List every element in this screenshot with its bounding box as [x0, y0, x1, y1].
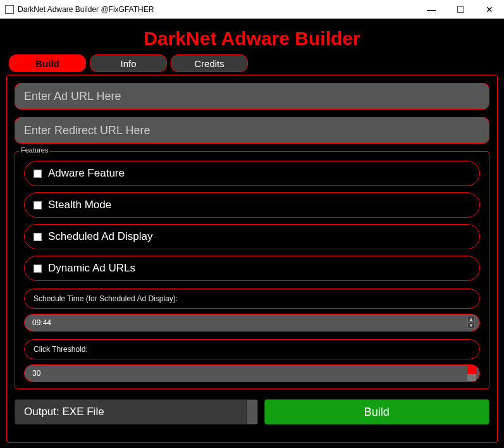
feature-dynamic[interactable]: Dynamic Ad URLs [24, 256, 480, 281]
app-title: DarkNet Adware Builder [6, 28, 498, 49]
app-icon [5, 5, 14, 14]
checkbox-icon [34, 233, 42, 241]
window-title: DarkNet Adware Builder @FixGFATHER [18, 5, 417, 14]
titlebar: DarkNet Adware Builder @FixGFATHER — ☐ ✕ [0, 0, 504, 19]
schedule-time-input[interactable] [24, 314, 480, 332]
feature-scheduled[interactable]: Scheduled Ad Display [24, 224, 480, 249]
checkbox-icon [34, 170, 42, 178]
output-label: Output: EXE File [24, 406, 104, 418]
minimize-button[interactable]: — [417, 0, 446, 18]
feature-adware[interactable]: Adware Feature [24, 161, 480, 186]
checkbox-icon [34, 201, 42, 209]
spinner-down-icon[interactable]: ▼ [467, 322, 475, 328]
dropdown-handle-icon [246, 400, 257, 424]
build-button[interactable]: Build [264, 399, 490, 425]
bottom-row: Output: EXE File Build [15, 399, 489, 425]
app-body: DarkNet Adware Builder Build Info Credit… [0, 19, 504, 448]
output-select[interactable]: Output: EXE File [15, 399, 258, 425]
tab-build[interactable]: Build [9, 54, 86, 72]
schedule-time-label: Schedule Time (for Scheduled Ad Display)… [24, 289, 480, 309]
tab-credits[interactable]: Credits [171, 54, 248, 72]
tab-info[interactable]: Info [90, 54, 167, 72]
close-button[interactable]: ✕ [475, 0, 504, 18]
checkbox-icon [34, 264, 42, 273]
build-panel: Features Adware Feature Stealth Mode Sch… [6, 75, 498, 443]
feature-stealth[interactable]: Stealth Mode [24, 192, 480, 218]
redirect-url-input[interactable] [15, 117, 489, 144]
features-fieldset: Features Adware Feature Stealth Mode Sch… [15, 151, 489, 389]
schedule-time-row: ▲ ▼ [24, 314, 480, 332]
feature-label: Scheduled Ad Display [48, 230, 152, 243]
ad-url-input[interactable] [15, 83, 489, 109]
click-threshold-label: Click Threshold: [24, 339, 480, 359]
window-controls: — ☐ ✕ [417, 0, 504, 18]
threshold-slider[interactable] [467, 366, 476, 381]
click-threshold-row [24, 364, 480, 382]
maximize-button[interactable]: ☐ [446, 0, 475, 18]
click-threshold-input[interactable] [24, 364, 480, 382]
feature-label: Adware Feature [48, 167, 125, 180]
feature-label: Dynamic Ad URLs [48, 262, 135, 275]
features-legend: Features [19, 146, 50, 154]
feature-label: Stealth Mode [48, 199, 111, 211]
time-spinner[interactable]: ▲ ▼ [467, 316, 476, 328]
tab-bar: Build Info Credits [6, 54, 498, 72]
spinner-up-icon[interactable]: ▲ [467, 316, 475, 322]
